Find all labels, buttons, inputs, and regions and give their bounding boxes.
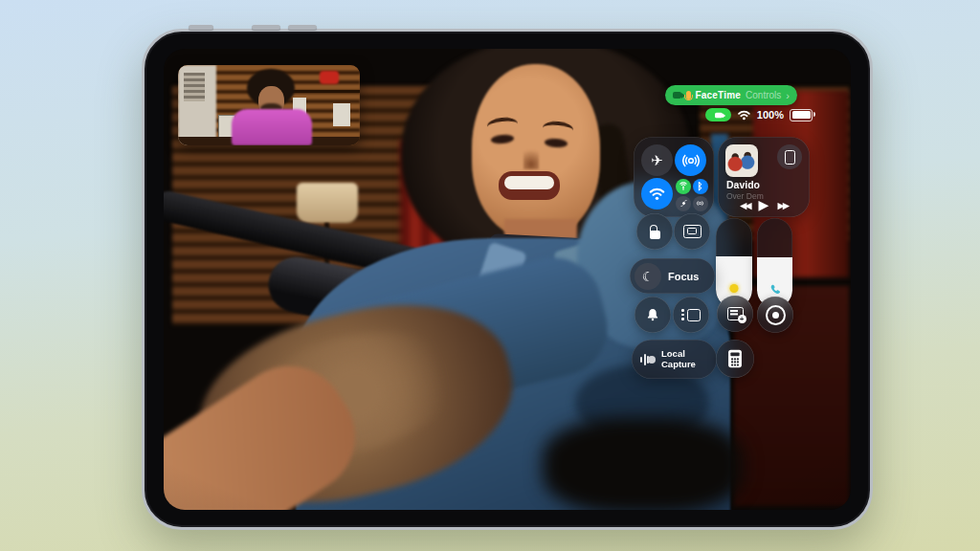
plus-badge-icon: + [738,315,746,323]
quick-note-button[interactable]: + [717,296,753,332]
video-icon [673,92,681,99]
local-capture-label: Local Capture [661,349,703,369]
lock-icon [650,231,660,239]
rewind-button[interactable]: ◀◀ [740,200,750,210]
screen-mirroring-button[interactable] [674,213,710,250]
bell-icon [645,307,660,322]
personal-hotspot-icon [696,199,704,208]
airdrop-icon [682,152,700,169]
calculator-button[interactable] [716,340,754,378]
man-pink-hoodie [232,109,312,145]
airdrop-button[interactable] [675,144,706,176]
airplane-mode-button[interactable]: ✈ [641,144,673,176]
focus-label: Focus [668,271,699,282]
battery-percent: 100% [757,109,784,121]
satellite-icon [679,199,688,208]
facetime-app-name: FaceTime [696,90,742,100]
screen-record-button[interactable] [757,297,793,333]
wifi-icon [648,187,666,201]
bluetooth-button[interactable]: ᛒ [693,179,708,194]
pip-posters [184,73,205,101]
moon-icon: ☾ [642,270,655,283]
calculator-icon [727,349,743,368]
wifi-icon [737,109,751,121]
quick-note-icon: + [727,307,744,320]
stage-manager-button[interactable] [673,297,709,333]
power-button[interactable] [189,25,213,30]
pip-speaker-box [333,103,350,126]
camera-icon [715,112,723,118]
battery-icon [790,109,813,121]
rotation-lock-button[interactable] [636,213,673,250]
brightness-slider[interactable] [716,218,752,308]
cellular-icon [679,182,688,191]
album-art [725,144,758,177]
phone-icon [768,283,782,297]
personal-hotspot-button[interactable] [693,196,708,211]
chevron-right-icon: › [786,90,790,101]
tablet-icon [785,150,795,165]
volume-down-button[interactable] [288,25,317,30]
record-icon [766,305,786,325]
ipad-device: FaceTime Controls › 100% ✈ [142,29,873,530]
volume-up-button[interactable] [252,25,280,30]
play-button[interactable]: ▶ [759,197,769,212]
video-active-indicator [705,108,731,121]
volume-slider[interactable] [757,218,792,308]
moon-circle: ☾ [635,263,661,290]
satellite-button[interactable] [676,196,691,211]
pip-remote-video[interactable] [178,65,360,145]
silent-mode-button[interactable] [635,297,671,333]
pip-red-object [320,71,339,84]
facetime-controls-label: Controls [746,90,781,100]
facetime-controls-pill[interactable]: FaceTime Controls › [665,85,797,105]
bluetooth-icon: ᛒ [698,182,703,191]
audio-output-button[interactable] [777,144,802,169]
local-capture-button[interactable]: Local Capture [632,340,717,379]
focus-button[interactable]: ☾ Focus [630,258,715,294]
fast-forward-button[interactable]: ▶▶ [777,200,788,210]
status-bar: 100% [705,106,813,123]
mic-icon [686,91,691,99]
brightness-sun-icon [730,284,739,293]
stage-manager-icon [681,309,701,320]
now-playing-artist: Davido [726,179,760,190]
airplane-icon: ✈ [651,153,663,167]
transport-controls: ◀◀ ▶ ▶▶ [718,197,810,212]
ipad-screen: FaceTime Controls › 100% ✈ [164,49,851,510]
cellular-data-button[interactable] [676,179,691,194]
now-playing-module[interactable]: Davido Over Dem ◀◀ ▶ ▶▶ [718,137,810,217]
connectivity-module: ✈ ᛒ [634,137,714,217]
screen-mirroring-icon [683,225,702,238]
wifi-button[interactable] [641,178,673,209]
page: { "background": { "sky_top": "#cbdff2", … [0,0,980,551]
local-capture-icon [640,352,656,367]
